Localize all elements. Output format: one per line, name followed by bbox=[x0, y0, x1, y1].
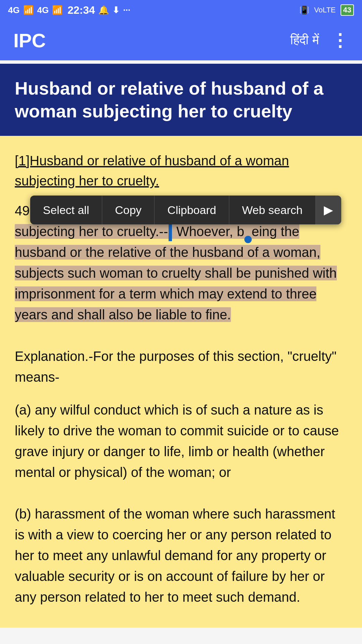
status-left: 4G 📶 4G 📶 22:34 🔔 ⬇ ··· bbox=[8, 4, 130, 16]
copy-button[interactable]: Copy bbox=[102, 196, 155, 224]
status-bar: 4G 📶 4G 📶 22:34 🔔 ⬇ ··· 📳 Vo‌LTE 43 bbox=[0, 0, 362, 20]
signal-bars-1: 📶 bbox=[23, 5, 34, 15]
battery-icon: 43 bbox=[341, 4, 354, 16]
body-text: (a) any wilful conduct which is of such … bbox=[15, 399, 347, 607]
signal-1: 4G bbox=[8, 5, 20, 15]
signal-2: 4G bbox=[37, 5, 49, 15]
header-right: हिंदी में ⋮ bbox=[290, 30, 349, 50]
intro-text: [1]Husband or relative of husband of a w… bbox=[15, 151, 347, 191]
highlighted-text[interactable]: subjecting her to cruelty.-- Whoever, be… bbox=[15, 224, 337, 322]
content-area: [1]Husband or relative of husband of a w… bbox=[0, 136, 362, 628]
app-header: IPC हिंदी में ⋮ bbox=[0, 20, 362, 60]
status-right: 📳 Vo‌LTE 43 bbox=[299, 4, 354, 16]
web-search-button[interactable]: Web search bbox=[229, 196, 316, 224]
hindi-button[interactable]: हिंदी में bbox=[290, 33, 319, 48]
select-all-button[interactable]: Select all bbox=[30, 196, 102, 224]
clause-b: (b) harassment of the woman where such h… bbox=[15, 506, 335, 604]
clipboard-button[interactable]: Clipboard bbox=[155, 196, 229, 224]
more-options-icon[interactable]: ⋮ bbox=[331, 30, 349, 50]
more-arrow-icon[interactable]: ▶ bbox=[316, 196, 341, 224]
volte-label: Vo‌LTE bbox=[314, 6, 336, 14]
main-legal-text[interactable]: 498A. Husband or relative of husband of … bbox=[15, 200, 347, 387]
context-menu[interactable]: Select all Copy Clipboard Web search ▶ bbox=[30, 196, 341, 224]
vibrate-icon: 📳 bbox=[299, 5, 309, 15]
explanation-text: Explanation.-For the purposes of this se… bbox=[15, 349, 337, 384]
app-title: IPC bbox=[13, 29, 46, 52]
time: 22:34 bbox=[67, 4, 95, 16]
section-title-banner: Husband or relative of husband of a woma… bbox=[0, 64, 362, 136]
clause-a: (a) any wilful conduct which is of such … bbox=[15, 402, 339, 480]
section-title: Husband or relative of husband of a woma… bbox=[15, 78, 323, 121]
signal-bars-2: 📶 bbox=[52, 5, 63, 15]
sync-icon: ⬇ bbox=[112, 5, 120, 15]
notifications-icon: 🔔 bbox=[98, 5, 109, 15]
more-dots-icon: ··· bbox=[123, 5, 130, 15]
